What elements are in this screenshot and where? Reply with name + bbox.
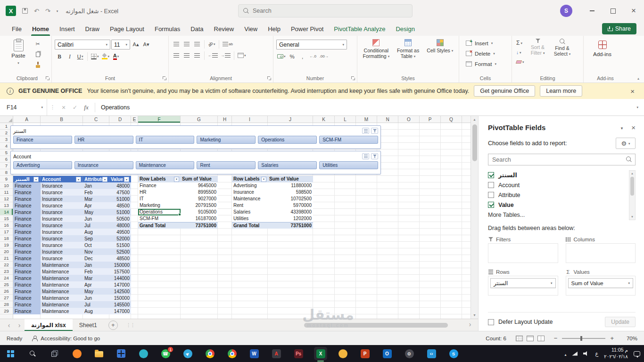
row-header-17[interactable]: 17 <box>0 229 13 235</box>
google-app-icon[interactable] <box>225 347 239 360</box>
clear-button[interactable] <box>515 58 526 66</box>
ribbon-tab-insert[interactable]: Insert <box>54 22 80 36</box>
pivot-cell[interactable]: 16187000 <box>181 215 218 222</box>
telegram-icon[interactable] <box>181 347 194 360</box>
table-cell[interactable]: Finance <box>13 255 41 262</box>
row-header-25[interactable]: 25 <box>0 281 13 288</box>
copy-button[interactable] <box>33 50 42 59</box>
pivot-cell[interactable]: 598500 <box>268 189 313 196</box>
horizontal-scrollbar[interactable] <box>304 323 462 328</box>
slicer-center[interactable]: السنترFinanceHRITMarketingOperationsSCM-… <box>10 125 381 149</box>
table-cell[interactable]: Sep <box>83 235 109 242</box>
align-top-button[interactable] <box>172 40 181 49</box>
field-checkbox[interactable] <box>488 172 494 178</box>
notifications-icon[interactable] <box>634 351 640 356</box>
fields-tools-button[interactable] <box>616 138 636 149</box>
avatar[interactable]: S <box>560 5 572 17</box>
ribbon-tab-help[interactable]: Help <box>263 22 286 36</box>
vscode-icon[interactable]: ‹› <box>425 347 438 360</box>
sort-filter-button[interactable]: Sort & Filter <box>526 38 550 56</box>
powerpoint-icon[interactable]: P <box>358 347 372 360</box>
table-cell[interactable]: Finance <box>13 202 41 209</box>
table-cell[interactable]: 48500 <box>109 202 131 209</box>
shrink-font-button[interactable]: A▾ <box>141 40 151 49</box>
more-tables-link[interactable]: More Tables... <box>488 210 626 220</box>
fields-scroll-thumb[interactable] <box>630 177 634 196</box>
column-header-n[interactable]: N <box>377 116 398 123</box>
row-header-12[interactable]: 12 <box>0 196 13 202</box>
column-header-p[interactable]: P <box>420 116 441 123</box>
get-genuine-office-button[interactable]: Get genuine Office <box>474 85 535 97</box>
formula-bar-expand-icon[interactable] <box>636 103 644 112</box>
slicer-item-hr[interactable]: HR <box>74 136 133 144</box>
row-header-14[interactable]: 14 <box>0 209 13 215</box>
table-cell[interactable]: Finance <box>13 288 41 295</box>
zoom-level[interactable]: 70% <box>623 336 637 341</box>
fields-scrollbar[interactable] <box>629 170 636 220</box>
table-cell[interactable]: Mar <box>83 275 109 281</box>
clear-filter-icon[interactable] <box>371 153 378 159</box>
row-header-16[interactable]: 16 <box>0 222 13 229</box>
pivot-cell[interactable]: Insurance <box>232 189 268 196</box>
fields-search-input[interactable] <box>488 154 636 165</box>
taskbar-clock[interactable]: 11:05 م ٢٠٢٦/٠٢/١٨ <box>604 347 628 360</box>
pivot-grand-total-value[interactable]: 73751000 <box>268 222 313 229</box>
table-cell[interactable]: Jan <box>83 262 109 268</box>
row-header-26[interactable]: 26 <box>0 288 13 295</box>
cut-button[interactable] <box>33 40 42 49</box>
redo-icon[interactable] <box>45 8 50 15</box>
alignment-dialog-launcher[interactable] <box>267 76 271 80</box>
table-cell[interactable]: Apr <box>83 281 109 288</box>
table-cell[interactable]: 50500 <box>109 215 131 222</box>
table-cell[interactable]: 52000 <box>109 235 131 242</box>
multi-select-icon[interactable] <box>362 128 369 134</box>
column-header-o[interactable]: O <box>398 116 420 123</box>
table-cell[interactable]: Jul <box>83 301 109 308</box>
pivot-cell[interactable]: 10702500 <box>268 196 313 202</box>
insert-cells-button[interactable]: Insert <box>462 38 509 48</box>
table-cell[interactable]: Finance <box>13 281 41 288</box>
scroll-up-icon[interactable] <box>471 116 478 123</box>
page-break-view-button[interactable] <box>537 336 545 341</box>
maximize-button[interactable] <box>603 0 623 22</box>
table-cell[interactable]: Dec <box>83 255 109 262</box>
column-header-q[interactable]: Q <box>441 116 462 123</box>
grow-font-button[interactable]: A▴ <box>131 40 140 49</box>
decrease-decimal-button[interactable]: .00→ <box>319 52 330 61</box>
table-header-value[interactable]: Value <box>109 176 131 182</box>
row-header-24[interactable]: 24 <box>0 275 13 281</box>
table-cell[interactable]: 48000 <box>109 182 131 189</box>
page-layout-view-button[interactable] <box>527 336 534 341</box>
table-cell[interactable]: Maintenance <box>41 295 83 301</box>
cell-styles-button[interactable]: Cell Styles <box>424 38 456 53</box>
excel-icon[interactable]: X <box>314 347 327 360</box>
field-account[interactable]: Account <box>488 180 626 190</box>
increase-decimal-button[interactable]: ←.0 <box>308 52 318 61</box>
column-header-l[interactable]: L <box>335 116 356 123</box>
table-header-السنتر[interactable]: السنتر <box>13 176 41 182</box>
table-cell[interactable]: 142500 <box>109 288 131 295</box>
row-header-18[interactable]: 18 <box>0 235 13 242</box>
learn-more-button[interactable]: Learn more <box>540 85 582 97</box>
grid-body[interactable]: السنترFinanceHRITMarketingOperationsSCM-… <box>13 123 471 319</box>
row-header-10[interactable]: 10 <box>0 182 13 189</box>
column-header-f[interactable]: F <box>138 116 181 123</box>
hscroll-right-icon[interactable] <box>465 321 475 328</box>
pivot-cell[interactable]: 9105000 <box>181 209 218 215</box>
orientation-button[interactable]: ab <box>207 40 216 49</box>
fields-pane-close-icon[interactable] <box>631 123 636 132</box>
pivot-cell[interactable]: Rent <box>232 202 268 209</box>
ribbon-tab-power-pivot[interactable]: Power Pivot <box>286 22 329 36</box>
slicer-item-salaries[interactable]: Salaries <box>258 161 317 169</box>
vertical-scrollbar[interactable] <box>471 116 478 319</box>
share-button[interactable]: Share <box>602 23 636 34</box>
column-header-h[interactable]: H <box>218 116 232 123</box>
ribbon-tab-design[interactable]: Design <box>390 22 420 36</box>
ribbon-tab-review[interactable]: Review <box>209 22 239 36</box>
fields-scroll-down-icon[interactable] <box>629 214 635 220</box>
table-cell[interactable]: Finance <box>13 189 41 196</box>
pivot-cell[interactable]: Utilities <box>232 215 268 222</box>
pivot-grand-total-label[interactable]: Grand Total <box>232 222 268 229</box>
slicer-item-rent[interactable]: Rent <box>197 161 256 169</box>
pivot-cell[interactable]: SCM-FM <box>138 215 181 222</box>
